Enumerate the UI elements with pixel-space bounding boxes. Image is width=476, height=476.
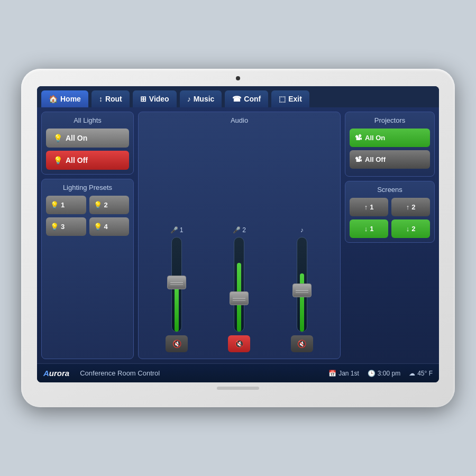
presets-panel: Lighting Presets 💡 1 💡 2 💡 3 — [41, 179, 134, 359]
clock-icon: 🕒 — [368, 370, 376, 377]
nav-video[interactable]: ⊞ Video — [133, 90, 177, 107]
time-value: 3:00 pm — [378, 370, 400, 377]
exit-icon: ⬚ — [279, 95, 286, 103]
video-icon: ⊞ — [140, 95, 147, 103]
screen-up-2-button[interactable]: ↑ 2 — [391, 198, 430, 216]
projectors-panel: Projectors 📽 All On 📽 All Off — [345, 112, 435, 177]
fader-3-label: ♪ — [300, 226, 304, 234]
date-item: 📅 Jan 1st — [328, 370, 359, 377]
fader-1-track[interactable] — [171, 237, 182, 332]
calendar-icon: 📅 — [328, 370, 336, 377]
preset-4-icon: 💡 — [94, 223, 102, 231]
main-content: All Lights 💡 All On 💡 All Off Lighting P… — [37, 107, 439, 363]
right-panel: Projectors 📽 All On 📽 All Off Screens ↑ — [345, 112, 435, 359]
screen-up-1-button[interactable]: ↑ 1 — [350, 198, 388, 216]
fader-2-label: 🎤 2 — [233, 226, 246, 234]
navbar: 🏠 Home ↕ Rout ⊞ Video ♪ Music ☎ Conf ⬚ E… — [37, 86, 439, 107]
rout-icon: ↕ — [99, 95, 103, 103]
lights-all-on-button[interactable]: 💡 All On — [46, 129, 129, 148]
status-bar: Aurora Conference Room Control 📅 Jan 1st… — [37, 363, 439, 382]
lights-panel: All Lights 💡 All On 💡 All Off — [41, 112, 134, 175]
home-icon: 🏠 — [49, 95, 58, 103]
nav-home[interactable]: 🏠 Home — [41, 90, 88, 107]
fader-1-handle[interactable] — [167, 276, 186, 289]
conf-icon: ☎ — [232, 95, 241, 103]
preset-4-button[interactable]: 💡 4 — [89, 217, 130, 236]
fader-1-fill — [175, 284, 179, 332]
projectors-all-on-button[interactable]: 📽 All On — [350, 129, 430, 147]
time-item: 🕒 3:00 pm — [368, 370, 400, 377]
mic-1-icon: 🎤 — [170, 226, 178, 234]
mute-1-button[interactable]: 🔇 — [166, 335, 188, 352]
music-note-icon: ♪ — [300, 226, 304, 234]
bulb-on-icon: 💡 — [53, 134, 62, 142]
camera — [236, 76, 240, 80]
screens-grid: ↑ 1 ↑ 2 ↓ 1 ↓ 2 — [350, 198, 430, 238]
arrow-up-1-icon: ↑ — [364, 203, 368, 211]
music-icon: ♪ — [187, 95, 191, 103]
projectors-all-off-button[interactable]: 📽 All Off — [350, 150, 430, 169]
temp-value: 45° F — [417, 370, 433, 377]
nav-conf[interactable]: ☎ Conf — [225, 90, 268, 107]
fader-1: 🎤 1 🔇 — [148, 226, 205, 352]
device-frame: 🏠 Home ↕ Rout ⊞ Video ♪ Music ☎ Conf ⬚ E… — [21, 69, 455, 407]
weather-item: ☁ 45° F — [409, 370, 433, 377]
screen-down-1-button[interactable]: ↓ 1 — [350, 219, 388, 238]
arrow-up-2-icon: ↑ — [406, 203, 410, 211]
preset-2-button[interactable]: 💡 2 — [89, 196, 130, 214]
date-value: Jan 1st — [338, 370, 359, 377]
fader-3-handle[interactable] — [292, 283, 312, 297]
arrow-down-2-icon: ↓ — [406, 225, 410, 233]
preset-1-icon: 💡 — [50, 201, 59, 209]
lights-all-off-button[interactable]: 💡 All Off — [46, 151, 129, 170]
fader-3-track[interactable] — [297, 237, 307, 332]
mic-2-icon: 🎤 — [233, 226, 241, 234]
presets-title: Lighting Presets — [46, 184, 129, 191]
brand-logo: Aurora — [43, 369, 69, 378]
weather-icon: ☁ — [409, 370, 415, 377]
fader-1-label: 🎤 1 — [170, 226, 184, 234]
app-title: Conference Room Control — [80, 369, 160, 377]
audio-title: Audio — [143, 116, 336, 124]
fader-3: ♪ 🔇 — [273, 226, 331, 352]
projector-on-icon: 📽 — [355, 134, 362, 142]
screen-down-2-button[interactable]: ↓ 2 — [391, 219, 430, 238]
bottom-handle — [217, 387, 259, 390]
fader-2: 🎤 2 🔇 — [210, 226, 268, 352]
nav-music[interactable]: ♪ Music — [180, 90, 222, 107]
preset-grid: 💡 1 💡 2 💡 3 💡 4 — [46, 196, 129, 236]
nav-rout[interactable]: ↕ Rout — [91, 90, 130, 107]
lights-title: All Lights — [46, 116, 129, 124]
mute-2-button[interactable]: 🔇 — [228, 335, 250, 352]
mute-3-button[interactable]: 🔇 — [291, 335, 313, 352]
screen: 🏠 Home ↕ Rout ⊞ Video ♪ Music ☎ Conf ⬚ E… — [37, 86, 439, 382]
nav-exit[interactable]: ⬚ Exit — [271, 90, 309, 107]
screens-title: Screens — [350, 186, 430, 194]
projectors-title: Projectors — [350, 116, 430, 124]
fader-2-track[interactable] — [234, 237, 244, 332]
screens-panel: Screens ↑ 1 ↑ 2 ↓ 1 — [345, 181, 435, 243]
arrow-down-1-icon: ↓ — [364, 225, 368, 233]
preset-2-icon: 💡 — [94, 201, 102, 209]
left-panel: All Lights 💡 All On 💡 All Off Lighting P… — [41, 112, 134, 359]
fader-3-fill — [300, 273, 304, 332]
preset-1-button[interactable]: 💡 1 — [46, 196, 86, 214]
faders-row: 🎤 1 🔇 🎤 2 — [143, 129, 336, 354]
bulb-off-icon: 💡 — [53, 156, 62, 164]
preset-3-icon: 💡 — [50, 223, 59, 231]
fader-2-handle[interactable] — [230, 291, 249, 305]
projector-off-icon: 📽 — [355, 155, 362, 163]
audio-panel: Audio 🎤 1 🔇 — [138, 112, 341, 359]
preset-3-button[interactable]: 💡 3 — [46, 217, 86, 236]
